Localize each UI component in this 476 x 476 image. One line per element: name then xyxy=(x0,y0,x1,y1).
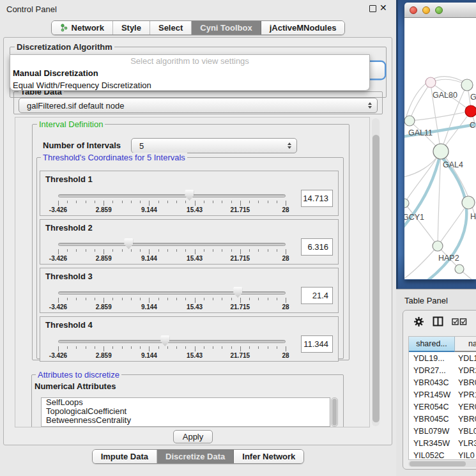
table-cell-name[interactable]: YIL0 xyxy=(455,449,476,460)
tab-style[interactable]: Style xyxy=(113,21,150,35)
network-node-GAL11[interactable] xyxy=(404,116,415,126)
network-node-G[interactable] xyxy=(461,79,473,91)
algorithm-option-manual[interactable]: Manual Discretization xyxy=(10,67,369,79)
slider-thumb[interactable] xyxy=(124,238,133,249)
slider-thumb[interactable] xyxy=(185,190,194,201)
tick-mark xyxy=(185,346,186,349)
tab-network[interactable]: Network xyxy=(52,21,113,35)
table-horizontal-scrollbar[interactable] xyxy=(408,461,476,467)
table-row[interactable]: YBR045CYBR0 xyxy=(409,413,476,425)
threshold-value-field[interactable]: 6.316 xyxy=(301,238,333,256)
slider-track[interactable] xyxy=(58,340,286,343)
tab-jactivemodules[interactable]: jActiveMNodules xyxy=(261,21,345,35)
table-row[interactable]: YLR345WYLR3 xyxy=(409,437,476,449)
network-edge[interactable] xyxy=(404,203,438,246)
scrollbar-thumb[interactable] xyxy=(372,135,380,422)
float-window-icon[interactable] xyxy=(369,5,376,12)
table-row[interactable]: YER054CYER0 xyxy=(409,401,476,413)
table-cell-shared-name[interactable]: YDR27... xyxy=(409,364,455,376)
table-cell-name[interactable]: YBR0 xyxy=(455,413,476,425)
node-label-HAP2: HAP2 xyxy=(438,254,459,263)
table-row[interactable]: YIL052CYIL0 xyxy=(409,449,476,460)
network-edge[interactable] xyxy=(404,77,467,152)
table-cell-name[interactable]: YDR2 xyxy=(455,364,476,376)
table-cell-shared-name[interactable]: YIL052C xyxy=(409,449,455,460)
threshold-value-field[interactable]: 21.4 xyxy=(301,287,333,304)
tick-label: 21.715 xyxy=(231,255,250,262)
tab-infer-network[interactable]: Infer Network xyxy=(234,450,303,463)
network-node-C[interactable] xyxy=(465,105,476,117)
table-row[interactable]: YDL19...YDL1 xyxy=(409,352,476,364)
columns-icon[interactable] xyxy=(433,316,443,326)
network-edge[interactable] xyxy=(404,246,438,279)
table-row[interactable]: YBR043CYBR0 xyxy=(409,376,476,388)
table-cell-shared-name[interactable]: YBR043C xyxy=(409,376,455,388)
attribute-list-item[interactable]: TopologicalCoefficient xyxy=(42,407,330,416)
close-traffic-light-icon[interactable] xyxy=(410,6,417,14)
slider-track[interactable] xyxy=(58,291,286,295)
zoom-traffic-light-icon[interactable] xyxy=(435,6,443,14)
table-row[interactable]: YPR145WYPR1 xyxy=(409,388,476,401)
table-cell-name[interactable]: YBR0 xyxy=(455,376,476,388)
table-data-combobox[interactable]: galFiltered.sif default node xyxy=(19,98,378,113)
panel-vertical-scrollbar[interactable] xyxy=(372,118,380,426)
network-window[interactable]: GAL80GCGAL11GAL4GCY1HHAP2 xyxy=(404,3,476,280)
table-cell-shared-name[interactable]: YLR345W xyxy=(409,437,455,449)
close-icon[interactable]: ✕ xyxy=(380,3,387,13)
network-node-GAL80[interactable] xyxy=(426,77,436,88)
table-cell-name[interactable]: YPR1 xyxy=(455,388,476,401)
slider-thumb[interactable] xyxy=(233,287,242,298)
column-header-shared-name[interactable]: shared... xyxy=(409,337,455,352)
attribute-list-item[interactable]: SelfLoops xyxy=(42,398,330,407)
table-cell-shared-name[interactable]: YBR045C xyxy=(409,413,455,425)
network-edge[interactable] xyxy=(410,82,431,121)
algorithm-option-equal-width[interactable]: Equal Width/Frequency Discretization xyxy=(10,79,369,91)
node-label-C: C xyxy=(470,121,475,130)
checkbox-icons[interactable] xyxy=(452,318,467,325)
threshold-value-field[interactable]: 11.344 xyxy=(301,335,333,353)
table-cell-name[interactable]: YLR3 xyxy=(455,437,476,449)
table-cell-shared-name[interactable]: YBL079W xyxy=(409,425,455,437)
apply-button[interactable]: Apply xyxy=(173,430,213,443)
table-cell-name[interactable]: YDL1 xyxy=(455,352,476,364)
tick-mark xyxy=(240,249,241,254)
tick-mark xyxy=(176,346,177,349)
network-edge[interactable] xyxy=(410,111,471,121)
table-cell-name[interactable]: YBL0 xyxy=(455,425,476,437)
network-node-GAL4[interactable] xyxy=(433,144,449,159)
tab-discretize-data[interactable]: Discretize Data xyxy=(157,450,234,463)
network-node-HAP2[interactable] xyxy=(433,241,443,251)
tab-impute-data[interactable]: Impute Data xyxy=(93,450,157,463)
attributes-list-scrollbar[interactable] xyxy=(331,397,338,427)
table-row[interactable]: YBL079WYBL0 xyxy=(409,425,476,437)
tab-cyni-toolbox[interactable]: Cyni Toolbox xyxy=(192,21,261,35)
table-cell-name[interactable]: YER0 xyxy=(455,401,476,413)
tick-mark xyxy=(122,346,123,349)
scrollbar-thumb[interactable] xyxy=(410,461,466,466)
network-node-n9[interactable] xyxy=(455,265,464,273)
network-edge[interactable] xyxy=(438,203,468,246)
table-cell-shared-name[interactable]: YPR145W xyxy=(409,388,455,401)
network-node-GCY1[interactable] xyxy=(404,199,409,208)
tick-mark xyxy=(112,346,113,349)
tick-mark xyxy=(213,298,213,300)
slider-track[interactable] xyxy=(58,243,286,246)
column-header-name[interactable]: na xyxy=(455,337,476,352)
slider-track[interactable] xyxy=(58,194,286,197)
table-row[interactable]: YDR27...YDR2 xyxy=(409,364,476,376)
minimize-traffic-light-icon[interactable] xyxy=(422,6,430,14)
algorithm-placeholder-option[interactable]: Select algorithm to view settings xyxy=(10,55,369,67)
network-canvas[interactable]: GAL80GCGAL11GAL4GCY1HHAP2 xyxy=(404,18,476,279)
numerical-attributes-list[interactable]: SelfLoopsTopologicalCoefficientBetweenne… xyxy=(41,397,330,427)
number-of-intervals-combobox[interactable]: 5 xyxy=(131,138,297,153)
threshold-value-field[interactable]: 14.713 xyxy=(301,190,333,207)
gear-icon[interactable] xyxy=(413,316,424,327)
tab-select[interactable]: Select xyxy=(150,21,192,35)
attribute-list-item[interactable]: BetweennessCentrality xyxy=(42,416,330,425)
tick-label: 2.859 xyxy=(96,352,112,359)
slider-thumb[interactable] xyxy=(160,335,169,346)
tick-mark xyxy=(104,298,104,303)
table-cell-shared-name[interactable]: YER054C xyxy=(409,401,455,413)
network-node-H[interactable] xyxy=(462,196,475,209)
table-cell-shared-name[interactable]: YDL19... xyxy=(409,352,455,364)
